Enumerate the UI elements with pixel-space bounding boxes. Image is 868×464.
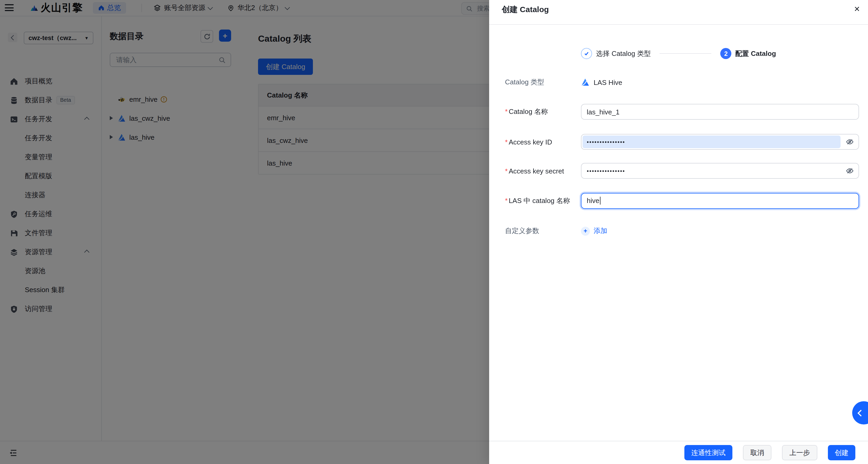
step1-circle <box>581 48 592 59</box>
step2-circle: 2 <box>720 48 732 59</box>
access-key-secret-input[interactable]: ••••••••••••••• <box>581 163 859 179</box>
field-label: *Access key ID <box>505 138 552 146</box>
drawer-title: 创建 Catalog <box>502 5 549 15</box>
create-button[interactable]: 创建 <box>828 445 855 460</box>
form-row-access-key-secret: *Access key secret ••••••••••••••• <box>489 163 868 179</box>
step2-label: 配置 Catalog <box>735 49 776 58</box>
text-cursor <box>600 197 600 205</box>
catalog-type-value: LAS Hive <box>581 78 622 87</box>
required-asterisk: * <box>505 138 507 146</box>
add-param-link[interactable]: + 添加 <box>581 226 607 236</box>
prev-step-button[interactable]: 上一步 <box>782 445 817 460</box>
app-root: 火山引擎 总览 账号全部资源 华北2（北京） cw <box>0 0 868 464</box>
las-catalog-name-input[interactable]: hive <box>581 193 859 208</box>
field-label: *LAS 中 catalog 名称 <box>505 196 570 205</box>
step1-label[interactable]: 选择 Catalog 类型 <box>596 49 651 58</box>
chevron-left-icon <box>858 409 864 416</box>
form-row-catalog-name: *Catalog 名称 las_hive_1 <box>489 104 868 120</box>
form-row-catalog-type: Catalog 类型 LAS Hive <box>489 76 868 88</box>
catalog-name-input[interactable]: las_hive_1 <box>581 104 859 120</box>
access-key-id-input[interactable]: ••••••••••••••• <box>581 134 859 150</box>
required-asterisk: * <box>505 107 507 115</box>
field-label: *Access key secret <box>505 167 564 175</box>
field-label: *Catalog 名称 <box>505 107 548 117</box>
form-row-custom-params: 自定义参数 + 添加 <box>489 226 868 236</box>
form-row-las-catalog-name: *LAS 中 catalog 名称 hive <box>489 193 868 209</box>
eye-off-icon[interactable] <box>846 167 854 175</box>
plus-icon: + <box>581 227 590 235</box>
drawer-footer: 连通性测试 取消 上一步 创建 <box>489 441 868 464</box>
check-icon <box>584 51 590 57</box>
connectivity-test-button[interactable]: 连通性测试 <box>684 445 733 460</box>
eye-off-icon[interactable] <box>846 138 854 146</box>
drawer-header-divider <box>489 24 868 25</box>
cancel-button[interactable]: 取消 <box>743 445 771 460</box>
form-row-access-key-id: *Access key ID ••••••••••••••• <box>489 134 868 150</box>
wizard-steps: 选择 Catalog 类型 2 配置 Catalog <box>489 48 868 59</box>
field-label: Catalog 类型 <box>505 77 544 87</box>
field-label: 自定义参数 <box>505 226 539 236</box>
create-catalog-drawer: 创建 Catalog ✕ 选择 Catalog 类型 2 配置 Catalog … <box>489 0 868 464</box>
required-asterisk: * <box>505 196 507 204</box>
las-icon <box>581 78 589 87</box>
close-icon[interactable]: ✕ <box>854 4 860 14</box>
required-asterisk: * <box>505 167 507 175</box>
step-connector <box>660 53 712 54</box>
